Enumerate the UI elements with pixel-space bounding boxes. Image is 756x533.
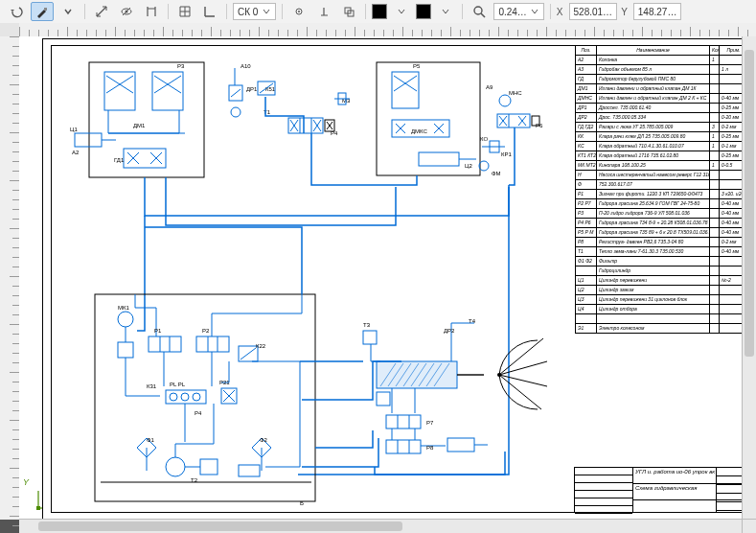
cell-name: Гидрора грасшна 734 8-9 + 20.28 К508.01.… [597,219,710,228]
cell-pos: ГД [576,75,597,84]
coordinate-system-selector[interactable]: СК 0 [233,3,276,20]
cell-qty [710,171,720,180]
svg-point-8 [474,7,482,14]
chevron-down-icon[interactable] [435,3,456,20]
scrollbar-horizontal[interactable] [19,519,743,533]
zoom-level-field[interactable]: 0.24… [493,3,543,20]
cell-name: Гидробак объемом 85 л [597,65,710,75]
svg-rect-33 [497,114,530,127]
table-row: Р1Зигнал при фироти. 1220 3 КП 729650-0/… [576,190,744,199]
label: Р21 [219,380,230,385]
cell-name: Тепло зема-лани 7-61.30.3 735.00.530 [597,247,710,257]
cell-qty [710,180,720,190]
table-row: Э1Электро колесоном [576,324,744,334]
svg-rect-18 [124,149,166,168]
cell-qty [710,276,720,286]
lineweight-swatch[interactable] [416,4,431,19]
cell-pos: Э1 [576,324,597,334]
scroll-thumb[interactable] [38,521,402,531]
label: Т3 [363,322,371,328]
cell-note [720,56,744,65]
svg-rect-77 [386,440,421,453]
cell-pos: Р1 [576,190,597,199]
label: МНС [509,90,522,96]
cell-note [720,286,744,295]
coord-x-label: X [557,7,563,17]
cell-qty [710,75,720,84]
ruler-corner [0,23,20,37]
cell-pos: Р8 [576,238,597,247]
grid-toggle-icon[interactable] [174,3,195,20]
scroll-thumb[interactable] [745,50,754,357]
cell-qty [710,209,720,219]
undo-icon[interactable] [6,3,27,20]
zoom-value: 0.24… [498,7,526,17]
svg-rect-83 [377,392,390,406]
cell-note [720,75,744,84]
cell-name: Гидромотор беругубовой ПМС 80 [597,75,710,84]
ruler-horizontal [19,23,756,37]
label: МК1 [118,305,129,311]
eye-visibility-icon[interactable] [116,3,137,20]
snap-node-icon[interactable] [288,3,309,20]
coord-x-field[interactable]: 528.01… [569,3,618,20]
cell-note: 0-40 мм [720,219,744,228]
cell-note [720,305,744,314]
cell-name: Гидроцилиндр [597,266,710,276]
cell-qty [710,305,720,314]
svg-point-5 [298,11,300,12]
label: А9 [486,84,493,90]
cell-qty: 1 [710,142,720,151]
chevron-down-icon[interactable] [57,3,79,20]
svg-rect-59 [377,361,457,388]
cell-pos: КТ1 КТ2 [576,151,597,161]
separator [84,4,85,19]
svg-rect-42 [149,336,181,352]
svg-point-54 [166,457,185,476]
scroll-corner [742,519,756,533]
brush-tool-button[interactable] [31,2,54,21]
cell-name: Цилиндр отбора [597,305,710,314]
table-row: ННасоса шестеренчатый навесом реверс Г12… [576,171,744,180]
perpendicular-icon[interactable] [313,3,334,20]
cell-note: 0-20 мм [720,113,744,123]
table-row: ДР1Дроссел. 735.000.61.400-25 мм [576,104,744,113]
table-row: А2Колонка1 [576,56,744,65]
separator [226,4,227,19]
drawing-canvas[interactable]: Y X [19,36,743,520]
color-swatch[interactable] [372,4,387,19]
label: ГД1 [114,157,125,163]
cell-pos: Ф [576,180,597,190]
table-row: Ц3Цилиндр перевижени 31 циклонов блок [576,295,744,305]
svg-line-70 [499,361,547,375]
cell-note: 0-0.5 [720,161,744,171]
copy-icon[interactable] [338,3,359,20]
dimension-tool-icon[interactable] [91,3,112,20]
cell-note: 0-25 мм [720,132,744,142]
cell-pos: T1 [576,247,597,257]
label: Р5 [413,63,421,69]
cell-name: Гидрора грасшна 25.634.9 ГОМ ГВГ 24-75-8… [597,199,710,209]
svg-point-39 [118,312,133,327]
cell-qty [710,65,720,75]
coord-y-field[interactable]: 148.27… [633,3,682,20]
coord-y-label: Y [621,7,628,17]
col-qty: Кол. [710,46,720,56]
cell-name: Иглани давлен и обратный клапан ДМ 2 К +… [597,94,710,104]
label: КО [480,136,488,142]
coord-system-label: СК 0 [238,7,258,17]
scrollbar-vertical[interactable] [742,36,756,520]
label: Р6 [536,123,543,128]
cell-qty [710,257,720,266]
cell-note: 0-2 мм [720,238,744,247]
ortho-toggle-icon[interactable] [199,3,220,20]
cell-note [720,295,744,305]
col-name: Наименование [597,46,710,56]
axis-y-label: Y [23,477,29,487]
zoom-tool-icon[interactable] [469,3,490,20]
caliper-icon[interactable] [141,3,162,20]
label: Р4 [195,410,202,416]
chevron-down-icon[interactable] [391,3,412,20]
cell-qty [710,266,720,276]
label: ДМ1 [133,123,146,128]
